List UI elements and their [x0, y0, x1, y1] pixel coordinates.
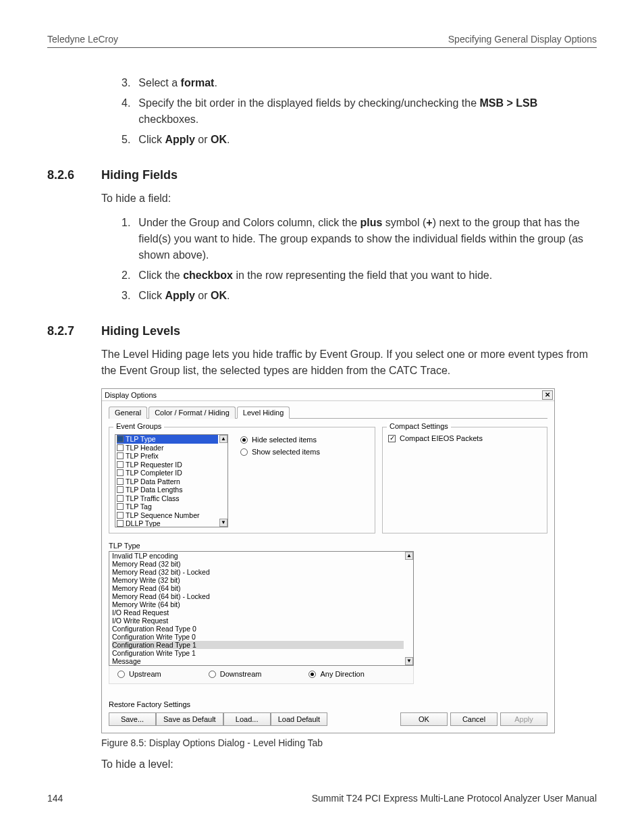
event-groups-list[interactable]: ▲ TLP TypeTLP HeaderTLP PrefixTLP Reques…: [115, 434, 228, 527]
radio-icon: [240, 436, 248, 444]
dialog-title: Display Options: [105, 391, 157, 399]
display-options-dialog: Display Options ✕ GeneralColor / Format …: [101, 388, 555, 733]
tlp-type-item[interactable]: Memory Read (64 bit) - Locked: [112, 592, 404, 600]
tlp-type-item[interactable]: Memory Read (32 bit) - Locked: [112, 568, 404, 576]
tlp-type-item[interactable]: I/O Write Request: [112, 617, 404, 625]
radio-hide-selected[interactable]: Hide selected items: [240, 436, 320, 444]
save-as-defaultbutton[interactable]: Save as Default: [156, 712, 223, 726]
radio-upstream[interactable]: Upstream: [117, 670, 161, 678]
checkbox-icon: [117, 461, 124, 468]
tlp-type-item[interactable]: Memory Write (64 bit): [112, 600, 404, 608]
tab-color-format-hiding[interactable]: Color / Format / Hiding: [149, 407, 236, 419]
step-text: Under the Group and Colors column, click…: [138, 215, 590, 263]
section-title: Hiding Levels: [101, 324, 180, 338]
tlp-type-item[interactable]: Message: [112, 657, 404, 665]
scroll-down-icon[interactable]: ▼: [405, 657, 413, 665]
tlp-type-item[interactable]: Memory Write (32 bit): [112, 576, 404, 584]
list-step: 5.Click Apply or OK.: [101, 132, 590, 148]
list-step: 4.Specify the bit order in the displayed…: [101, 95, 590, 128]
dialog-tabs: GeneralColor / Format / HidingLevel Hidi…: [109, 407, 547, 419]
close-icon[interactable]: ✕: [542, 390, 553, 400]
radio-show-selected[interactable]: Show selected items: [240, 448, 320, 456]
checkbox-icon: [117, 486, 124, 493]
radio-downstream[interactable]: Downstream: [209, 670, 262, 678]
step-text: Click Apply or OK.: [138, 132, 590, 148]
save-button[interactable]: Save...: [109, 712, 156, 726]
compact-settings-box: Compact Settings Compact EIEOS Packets: [382, 427, 547, 533]
event-group-item[interactable]: TLP Data Pattern: [117, 477, 218, 486]
section-intro: To hide a field:: [101, 190, 590, 207]
tlp-type-item[interactable]: Configuration Write Type 1: [112, 649, 404, 657]
tlp-type-item[interactable]: Configuration Write Type 0: [112, 633, 404, 641]
step-text: Select a format.: [138, 75, 590, 91]
scroll-up-icon[interactable]: ▲: [405, 552, 413, 560]
section-intro: The Level Hiding page lets you hide traf…: [101, 346, 590, 379]
section-title: Hiding Fields: [101, 168, 178, 182]
groupbox-title: Event Groups: [113, 422, 164, 430]
outro-text: To hide a level:: [101, 756, 590, 773]
radio-icon: [308, 671, 316, 678]
checkbox-icon: [117, 452, 124, 459]
tlp-type-item[interactable]: Configuration Read Type 0: [112, 625, 404, 633]
checkbox-icon: [117, 512, 124, 519]
event-group-item[interactable]: TLP Tag: [117, 502, 218, 511]
load-defaultbutton[interactable]: Load Default: [271, 712, 327, 726]
load-button[interactable]: Load...: [223, 712, 271, 726]
apply-button: Apply: [500, 712, 547, 726]
event-group-item[interactable]: TLP Requester ID: [117, 461, 218, 469]
figure-caption: Figure 8.5: Display Options Dialog - Lev…: [101, 737, 590, 748]
event-group-item[interactable]: TLP Type: [117, 435, 218, 444]
scroll-up-icon[interactable]: ▲: [219, 435, 227, 443]
radio-any-direction[interactable]: Any Direction: [308, 670, 364, 678]
checkbox-icon: [117, 520, 124, 527]
tlp-type-list[interactable]: ▲ Invalid TLP encodingMemory Read (32 bi…: [109, 551, 414, 666]
tlp-type-item[interactable]: I/O Read Request: [112, 608, 404, 617]
page-footer: 144 Summit T24 PCI Express Multi-Lane Pr…: [47, 793, 597, 804]
step-number: 4.: [101, 95, 138, 128]
event-group-item[interactable]: TLP Traffic Class: [117, 494, 218, 503]
step-number: 3.: [101, 288, 138, 304]
radio-icon: [117, 671, 125, 678]
list-step: 2.Click the checkbox in the row represen…: [101, 267, 590, 284]
tab-general[interactable]: General: [109, 407, 147, 419]
step-number: 5.: [101, 132, 138, 148]
event-group-item[interactable]: TLP Data Lengths: [117, 486, 218, 494]
page-number: 144: [47, 793, 63, 804]
groupbox-title: Compact Settings: [387, 422, 451, 430]
dialog-titlebar: Display Options ✕: [102, 389, 554, 401]
tab-level-hiding[interactable]: Level Hiding: [237, 407, 290, 419]
list-step: 3.Click Apply or OK.: [101, 288, 590, 304]
cancel-button[interactable]: Cancel: [450, 712, 498, 726]
step-number: 1.: [101, 215, 138, 263]
event-group-item[interactable]: TLP Prefix: [117, 452, 218, 461]
step-text: Specify the bit order in the displayed f…: [138, 95, 590, 128]
step-text: Click Apply or OK.: [138, 288, 590, 304]
tlp-type-item[interactable]: Memory Read (64 bit): [112, 584, 404, 592]
checkbox-icon: [117, 503, 124, 510]
checkbox-icon: [117, 469, 124, 476]
checkbox-icon: [117, 495, 124, 502]
radio-icon: [209, 671, 216, 678]
section-number: 8.2.7: [47, 324, 101, 338]
step-text: Click the checkbox in the row representi…: [138, 267, 590, 284]
compact-eieos-checkbox[interactable]: Compact EIEOS Packets: [388, 434, 541, 442]
tlp-type-label: TLP Type: [109, 542, 547, 550]
checkbox-icon: [117, 444, 124, 451]
event-group-item[interactable]: TLP Header: [117, 444, 218, 452]
step-number: 3.: [101, 75, 138, 91]
scroll-down-icon[interactable]: ▼: [219, 519, 227, 527]
event-groups-box: Event Groups ▲ TLP TypeTLP HeaderTLP Pre…: [109, 427, 375, 533]
tlp-type-item[interactable]: Invalid TLP encoding: [112, 552, 404, 560]
event-group-item[interactable]: DLLP Type: [117, 519, 218, 527]
page-header: Teledyne LeCroy Specifying General Displ…: [47, 34, 597, 48]
checkbox-icon: [117, 478, 124, 485]
checkbox-icon: [117, 436, 124, 442]
ok-button[interactable]: OK: [400, 712, 448, 726]
list-step: 1.Under the Group and Colors column, cli…: [101, 215, 590, 263]
list-step: 3.Select a format.: [101, 75, 590, 91]
restore-factory-settings[interactable]: Restore Factory Settings: [109, 700, 547, 708]
tlp-type-item[interactable]: Configuration Read Type 1: [112, 641, 404, 649]
event-group-item[interactable]: TLP Completer ID: [117, 469, 218, 477]
tlp-type-item[interactable]: Memory Read (32 bit): [112, 560, 404, 568]
event-group-item[interactable]: TLP Sequence Number: [117, 511, 218, 520]
